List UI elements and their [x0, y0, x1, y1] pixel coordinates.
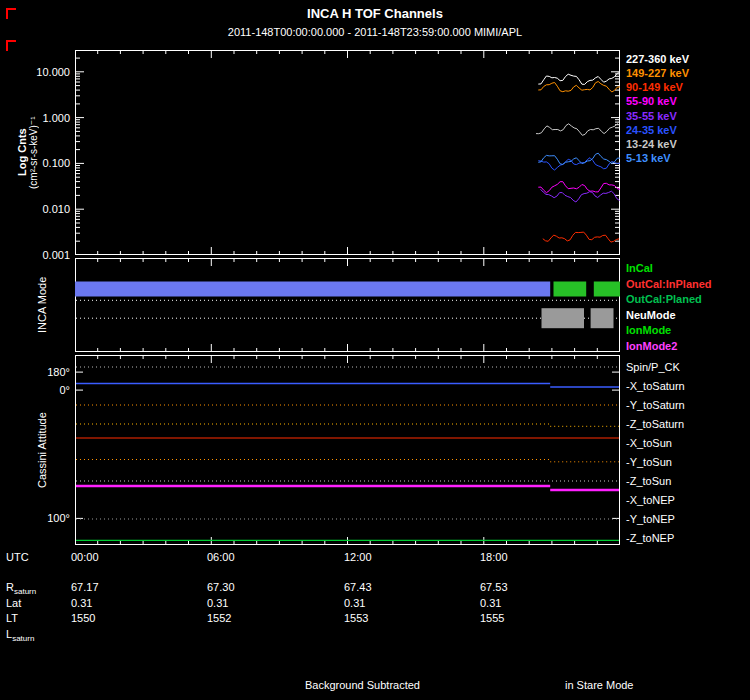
mode-y-axis-title: INCA Mode [36, 258, 48, 352]
att-label-z-to-sun: -Z_toSun [626, 475, 671, 487]
series-line-90-149-keV [543, 232, 619, 242]
series-line-35-55-keV [541, 189, 620, 202]
cassini-attitude-panel [75, 355, 620, 545]
eph-value: 0.31 [480, 597, 501, 609]
utc-tick: 00:00 [71, 551, 99, 563]
tof-y-axis-title-units: (cm²-sr-s-keV)⁻¹ [28, 50, 39, 255]
tof-ytick: 0.001 [0, 249, 70, 261]
eph-label-lt: LT [6, 612, 18, 627]
legend-5-13-kev: 5-13 keV [626, 152, 671, 164]
att-label-z-to-nep: -Z_toNEP [626, 532, 674, 544]
legend-90-149-kev: 90-149 keV [626, 81, 683, 93]
legend-24-35-kev: 24-35 keV [626, 124, 677, 136]
mode-label-neumode: NeuMode [626, 309, 676, 321]
page-subtitle: 2011-148T00:00:00.000 - 2011-148T23:59:0… [0, 26, 750, 38]
eph-value: 67.30 [207, 581, 235, 593]
att-label-y-to-saturn: -Y_toSaturn [626, 399, 685, 411]
mode-label-outcal-planed: OutCal:Planed [626, 293, 702, 305]
eph-value: 1555 [480, 612, 504, 624]
mode-bar-outcal-inplaned [594, 282, 620, 297]
tof-y-axis-title: Log Cnts (cm²-sr-s-keV)⁻¹ [16, 50, 39, 255]
attitude-ytick: 0° [0, 384, 70, 396]
legend-35-55-kev: 35-55 keV [626, 110, 677, 122]
att-label-y-to-sun: -Y_toSun [626, 456, 672, 468]
eph-label-lat: Lat [6, 597, 21, 612]
red-marker-icon [6, 40, 16, 51]
eph-value: 67.17 [71, 581, 99, 593]
eph-value: 1550 [71, 612, 95, 624]
mode-label-ionmode2: IonMode2 [626, 340, 677, 352]
eph-label-r: Rsaturn [6, 581, 36, 596]
mode-bar-outcal-inplaned [554, 282, 587, 297]
att-label-y-to-nep: -Y_toNEP [626, 513, 675, 525]
att-label-x-to-sun: -X_toSun [626, 437, 672, 449]
eph-label-l: Lsaturn [6, 628, 34, 643]
series-line-13-24-keV [536, 124, 618, 136]
inca-mode-panel [75, 258, 620, 352]
tof-ytick: 10.000 [0, 66, 70, 78]
page-title: INCA H TOF Channels [0, 6, 750, 21]
series-line-149-227-keV [538, 82, 620, 93]
att-label-z-to-saturn: -Z_toSaturn [626, 418, 684, 430]
utc-axis-label: UTC [6, 551, 29, 563]
tof-ytick: 0.100 [0, 157, 70, 169]
eph-value: 1553 [344, 612, 368, 624]
series-line-24-35-keV [538, 158, 620, 170]
eph-value: 0.31 [344, 597, 365, 609]
legend-13-24-kev: 13-24 keV [626, 138, 677, 150]
panel-frame [76, 259, 620, 352]
legend-149-227-kev: 149-227 keV [626, 67, 689, 79]
tof-flux-panel [75, 50, 620, 255]
legend-227-360-kev: 227-360 keV [626, 53, 689, 65]
utc-tick: 18:00 [480, 551, 508, 563]
utc-tick: 12:00 [344, 551, 372, 563]
attitude-ytick: 180° [0, 366, 70, 378]
mode-label-outcal-inplaned: OutCal:InPlaned [626, 278, 712, 290]
att-label-spin-pck: Spin/P_CK [626, 361, 680, 373]
eph-value: 0.31 [207, 597, 228, 609]
eph-value: 1552 [207, 612, 231, 624]
eph-value: 67.43 [344, 581, 372, 593]
legend-55-90-kev: 55-90 keV [626, 95, 677, 107]
mode-bar-outcal-inplaned [75, 282, 550, 297]
att-label-x-to-saturn: -X_toSaturn [626, 380, 685, 392]
background-subtracted-note: Background Subtracted [305, 679, 420, 691]
mode-label-incal: InCal [626, 262, 653, 274]
tof-ytick: 1.000 [0, 112, 70, 124]
inca-tof-screen: INCA H TOF Channels 2011-148T00:00:00.00… [0, 0, 750, 700]
utc-tick: 06:00 [207, 551, 235, 563]
mode-bar-neumode [591, 308, 614, 328]
stare-mode-note: in Stare Mode [565, 679, 633, 691]
panel-frame [76, 51, 620, 255]
eph-value: 0.31 [71, 597, 92, 609]
eph-value: 67.53 [480, 581, 508, 593]
tof-ytick: 0.010 [0, 203, 70, 215]
red-marker-icon [6, 8, 16, 19]
tof-y-axis-title-line1: Log Cnts [16, 50, 28, 255]
attitude-ytick: 100° [0, 512, 70, 524]
mode-bar-neumode [542, 308, 585, 328]
att-label-x-to-nep: -X_toNEP [626, 494, 675, 506]
mode-label-ionmode: IonMode [626, 324, 671, 336]
series-line-55-90-keV [538, 182, 620, 193]
series-line-227-360-keV [538, 73, 620, 85]
